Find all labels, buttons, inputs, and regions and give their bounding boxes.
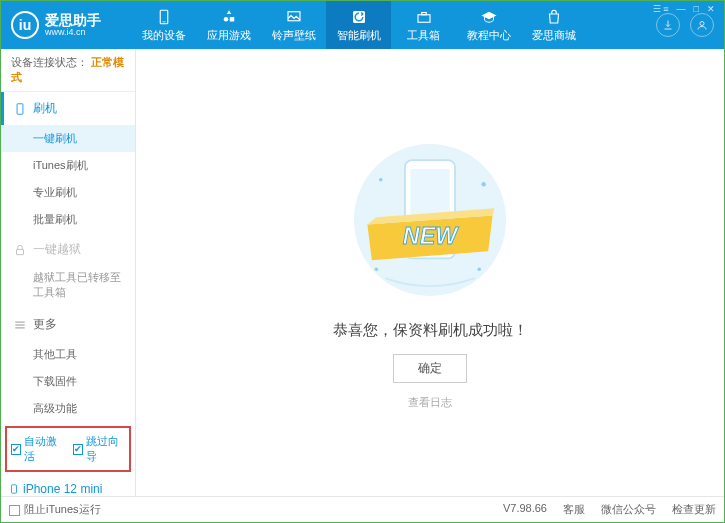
close-btn[interactable]: ✕ xyxy=(704,4,718,14)
lock-icon xyxy=(13,243,27,257)
status-version: V7.98.66 xyxy=(503,502,547,517)
refresh-icon xyxy=(350,8,368,26)
nav-my-device[interactable]: 我的设备 xyxy=(131,1,196,49)
nav-toolbox[interactable]: 工具箱 xyxy=(391,1,456,49)
device-name[interactable]: iPhone 12 mini xyxy=(9,482,127,496)
app-window: ☰ ≡ — □ ✕ iu 爱思助手 www.i4.cn 我的设备 应用游戏 铃声… xyxy=(0,0,725,523)
checkbox-auto-activate[interactable]: ✔自动激活 xyxy=(11,434,63,464)
sidebar-item-pro[interactable]: 专业刷机 xyxy=(1,179,135,206)
svg-point-20 xyxy=(375,267,379,271)
nav-tutorial[interactable]: 教程中心 xyxy=(456,1,521,49)
status-support[interactable]: 客服 xyxy=(563,502,585,517)
svg-rect-3 xyxy=(229,17,234,22)
apps-icon xyxy=(220,8,238,26)
svg-point-18 xyxy=(481,182,485,186)
section-jailbreak[interactable]: 一键越狱 xyxy=(1,233,135,266)
phone-icon xyxy=(13,102,27,116)
section-more[interactable]: 更多 xyxy=(1,308,135,341)
checkbox-block-itunes[interactable]: 阻止iTunes运行 xyxy=(9,502,101,517)
success-illustration: NEW xyxy=(340,135,520,305)
menu-icon xyxy=(13,318,27,332)
logo-icon: iu xyxy=(11,11,39,39)
svg-text:NEW: NEW xyxy=(403,223,459,249)
checkbox-skip-guide[interactable]: ✔跳过向导 xyxy=(73,434,125,464)
svg-point-19 xyxy=(477,267,481,271)
maximize-btn[interactable]: □ xyxy=(691,4,702,14)
svg-rect-6 xyxy=(418,14,430,22)
sidebar-item-advanced[interactable]: 高级功能 xyxy=(1,395,135,422)
wallpaper-icon xyxy=(285,8,303,26)
window-controls: ☰ ≡ — □ ✕ xyxy=(650,4,718,14)
phone-icon xyxy=(9,482,19,496)
status-update[interactable]: 检查更新 xyxy=(672,502,716,517)
svg-rect-10 xyxy=(17,249,24,254)
graduation-icon xyxy=(480,8,498,26)
top-nav: 我的设备 应用游戏 铃声壁纸 智能刷机 工具箱 教程中心 爱思商城 xyxy=(131,1,656,49)
titlebar: iu 爱思助手 www.i4.cn 我的设备 应用游戏 铃声壁纸 智能刷机 工具… xyxy=(1,1,724,49)
svg-rect-1 xyxy=(162,21,165,22)
toolbox-icon xyxy=(415,8,433,26)
download-button[interactable] xyxy=(656,13,680,37)
confirm-button[interactable]: 确定 xyxy=(393,354,467,383)
section-flash[interactable]: 刷机 xyxy=(1,92,135,125)
sidebar-item-itunes[interactable]: iTunes刷机 xyxy=(1,152,135,179)
view-log-link[interactable]: 查看日志 xyxy=(408,395,452,410)
sidebar-item-other[interactable]: 其他工具 xyxy=(1,341,135,368)
bag-icon xyxy=(545,8,563,26)
app-title: 爱思助手 xyxy=(45,13,101,27)
title-right xyxy=(656,13,714,37)
nav-store[interactable]: 爱思商城 xyxy=(521,1,586,49)
svg-rect-7 xyxy=(421,12,426,14)
content-area: NEW 恭喜您，保资料刷机成功啦！ 确定 查看日志 xyxy=(136,49,724,496)
nav-apps-games[interactable]: 应用游戏 xyxy=(196,1,261,49)
app-url: www.i4.cn xyxy=(45,27,101,38)
menu-btn[interactable]: ☰ ≡ xyxy=(650,4,672,14)
svg-point-2 xyxy=(223,17,228,22)
body: 设备连接状态： 正常模式 刷机 一键刷机 iTunes刷机 专业刷机 批量刷机 … xyxy=(1,49,724,496)
flash-options-box: ✔自动激活 ✔跳过向导 xyxy=(5,426,131,472)
success-message: 恭喜您，保资料刷机成功啦！ xyxy=(333,321,528,340)
statusbar: 阻止iTunes运行 V7.98.66 客服 微信公众号 检查更新 xyxy=(1,496,724,522)
svg-point-17 xyxy=(379,178,383,182)
svg-rect-9 xyxy=(17,103,23,114)
device-box: iPhone 12 mini 64GB Down-12mini-13,1 xyxy=(1,476,135,496)
svg-rect-11 xyxy=(12,485,17,493)
user-button[interactable] xyxy=(690,13,714,37)
sidebar-item-oneclick[interactable]: 一键刷机 xyxy=(1,125,135,152)
minimize-btn[interactable]: — xyxy=(674,4,689,14)
app-logo: iu 爱思助手 www.i4.cn xyxy=(11,11,131,39)
sidebar: 设备连接状态： 正常模式 刷机 一键刷机 iTunes刷机 专业刷机 批量刷机 … xyxy=(1,49,136,496)
sidebar-item-batch[interactable]: 批量刷机 xyxy=(1,206,135,233)
status-wechat[interactable]: 微信公众号 xyxy=(601,502,656,517)
svg-point-8 xyxy=(700,22,704,26)
nav-smart-flash[interactable]: 智能刷机 xyxy=(326,1,391,49)
phone-icon xyxy=(155,8,173,26)
connection-status: 设备连接状态： 正常模式 xyxy=(1,49,135,92)
sidebar-item-download-fw[interactable]: 下载固件 xyxy=(1,368,135,395)
nav-ringtones[interactable]: 铃声壁纸 xyxy=(261,1,326,49)
jailbreak-note: 越狱工具已转移至 工具箱 xyxy=(1,266,135,308)
